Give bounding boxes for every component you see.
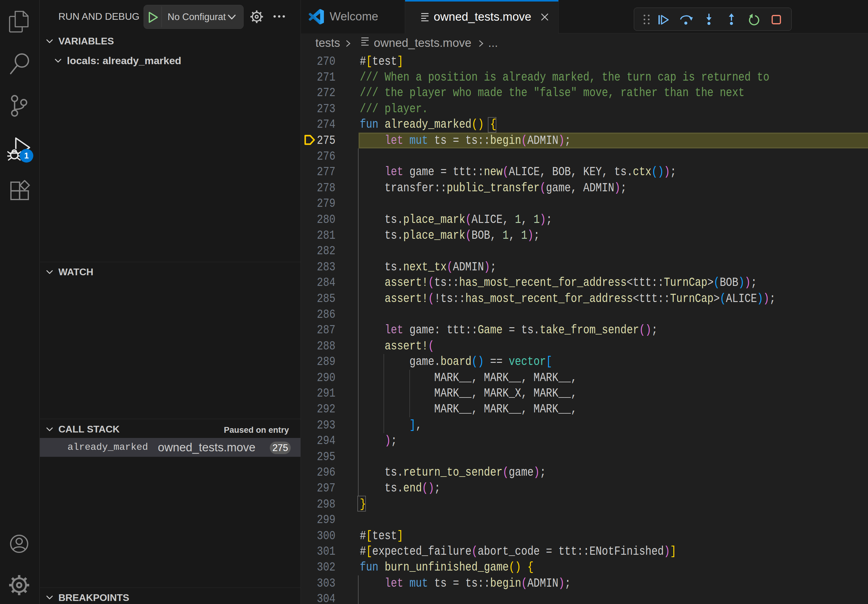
svg-text:1: 1 [24,151,29,160]
